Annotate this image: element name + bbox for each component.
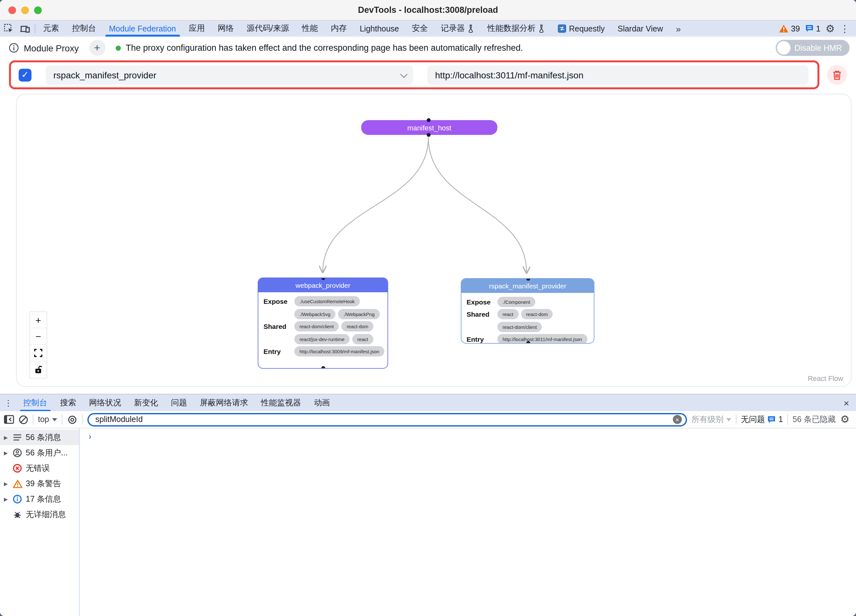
node-handle[interactable] — [427, 133, 431, 137]
titlebar: DevTools - localhost:3008/preload — [0, 0, 856, 20]
entry-tag: http://localhost:3009/mf-manifest.json — [294, 346, 384, 356]
lock-button[interactable] — [29, 362, 47, 378]
provider-select[interactable]: rspack_manifest_provider — [46, 65, 413, 84]
drawer-tab-network-blocking[interactable]: 屏蔽网络请求 — [194, 395, 254, 411]
zoom-out-button[interactable]: − — [29, 328, 47, 345]
drawer-tab-issues[interactable]: 问题 — [165, 395, 194, 411]
device-toolbar-icon — [20, 24, 30, 33]
expand-arrow-icon[interactable]: ▶ — [4, 496, 9, 502]
warning-icon — [12, 479, 23, 489]
fit-view-button[interactable] — [29, 345, 47, 362]
user-icon — [12, 448, 23, 458]
tab-slardar-view[interactable]: Slardar View — [611, 20, 669, 37]
shared-label: Shared — [466, 309, 494, 318]
graph-edges — [17, 94, 851, 386]
tab-console[interactable]: 控制台 — [66, 20, 103, 37]
delete-rule-button[interactable] — [827, 65, 847, 85]
tab-performance[interactable]: 性能 — [295, 20, 324, 37]
device-toolbar-button[interactable] — [17, 20, 34, 37]
react-flow-attribution[interactable]: React Flow — [808, 375, 843, 382]
close-drawer-button[interactable]: × — [837, 395, 856, 411]
console-filter-input[interactable] — [95, 415, 669, 424]
node-manifest-host[interactable]: manifest_host — [361, 120, 497, 135]
tab-memory[interactable]: 内存 — [324, 20, 353, 37]
tab-performance-insights[interactable]: 性能数据分析 — [481, 20, 552, 37]
drawer-tab-console[interactable]: 控制台 — [17, 395, 54, 411]
devtools-window: DevTools - localhost:3008/preload 元素 控制台… — [0, 0, 856, 616]
tab-application[interactable]: 应用 — [182, 20, 211, 37]
module-graph-canvas[interactable]: manifest_host webpack_provider Expose ./… — [16, 94, 851, 387]
expand-arrow-icon[interactable]: ▶ — [4, 481, 9, 487]
tab-lighthouse[interactable]: Lighthouse — [353, 20, 405, 37]
expose-tag: ./Component — [497, 297, 535, 307]
tab-security[interactable]: 安全 — [405, 20, 434, 37]
expand-arrow-icon[interactable]: ▶ — [4, 450, 9, 456]
entry-label: Entry — [466, 334, 494, 343]
proxy-status-message: The proxy configuration has taken effect… — [126, 43, 523, 53]
console-settings-gear-icon[interactable]: ⚙ — [840, 414, 850, 425]
warnings-badge[interactable]: 39 — [779, 24, 800, 33]
settings-gear-icon[interactable]: ⚙ — [825, 23, 835, 34]
tab-elements[interactable]: 元素 — [37, 20, 66, 37]
node-rspack-manifest-provider[interactable]: rspack_manifest_provider Expose ./Compon… — [461, 278, 594, 344]
sidebar-item-errors[interactable]: 无错误 — [0, 461, 79, 476]
error-icon — [12, 463, 23, 473]
messages-list-icon — [12, 432, 23, 442]
sidebar-item-user-messages[interactable]: ▶ 56 条用户... — [0, 445, 79, 461]
kebab-menu-icon[interactable]: ⋮ — [840, 24, 850, 34]
devtools-tabbar: 元素 控制台 Module Federation 应用 网络 源代码/来源 性能… — [0, 20, 856, 37]
drawer-tab-search[interactable]: 搜索 — [54, 395, 83, 411]
fit-view-icon — [34, 349, 42, 357]
sidebar-item-all-messages[interactable]: ▶ 56 条消息 — [0, 430, 79, 445]
console-messages-area[interactable]: › — [80, 429, 856, 616]
zoom-in-button[interactable]: + — [29, 312, 47, 328]
shared-tag: react/jsx-dev-runtime — [294, 334, 349, 344]
caret-down-icon — [726, 418, 731, 421]
node-handle[interactable] — [527, 341, 530, 344]
clear-filter-icon[interactable]: × — [673, 415, 682, 424]
drawer-tab-changes[interactable]: 新变化 — [128, 395, 165, 411]
tab-sources[interactable]: 源代码/来源 — [240, 20, 295, 37]
disable-hmr-toggle[interactable]: Disable HMR — [776, 40, 850, 56]
tab-recorder[interactable]: 记录器 — [434, 20, 481, 37]
more-tabs-button[interactable]: » — [669, 20, 687, 37]
drawer-tab-animations[interactable]: 动画 — [308, 395, 336, 411]
live-expression-eye-icon[interactable] — [67, 415, 78, 424]
console-toolbar: top × 所有级别 无问题 1 — [0, 411, 856, 429]
unlock-icon — [34, 366, 42, 374]
issues-counter[interactable]: 无问题 1 — [741, 414, 783, 425]
inspect-element-button[interactable] — [0, 20, 17, 37]
expand-arrow-icon[interactable]: ▶ — [4, 435, 9, 440]
sidebar-item-warnings[interactable]: ▶ 39 条警告 — [0, 476, 79, 492]
window-title: DevTools - localhost:3008/preload — [0, 5, 856, 15]
proxy-rule-checkbox[interactable] — [18, 68, 31, 81]
requestly-icon — [558, 25, 567, 33]
issues-badge[interactable]: 1 — [805, 24, 821, 33]
bug-icon — [12, 509, 23, 520]
sidebar-item-info[interactable]: ▶ 17 条信息 — [0, 492, 79, 507]
expose-tag: ./useCustomRemoteHook — [294, 296, 360, 306]
experiment-flask-icon — [468, 25, 474, 33]
node-handle[interactable] — [427, 118, 431, 122]
log-levels-select[interactable]: 所有级别 — [691, 414, 731, 425]
edge-host-to-webpack — [323, 137, 429, 271]
tab-module-federation[interactable]: Module Federation — [103, 20, 182, 37]
shared-tag: react — [352, 334, 373, 344]
add-proxy-rule-button[interactable]: + — [89, 40, 105, 56]
clear-console-icon[interactable] — [18, 415, 28, 424]
execution-context-select[interactable]: top — [38, 415, 57, 424]
shared-tag: react — [497, 309, 518, 319]
drawer-menu-icon[interactable]: ⋮ — [0, 395, 17, 411]
expose-tag: ./WebpackSvg — [294, 309, 336, 319]
module-proxy-title: Module Proxy — [24, 43, 79, 53]
drawer-tab-performance-monitor[interactable]: 性能监视器 — [254, 395, 308, 411]
toggle-console-sidebar-icon[interactable] — [4, 415, 14, 424]
tab-requestly[interactable]: Requestly — [552, 20, 611, 37]
node-webpack-provider[interactable]: webpack_provider Expose ./useCustomRemot… — [258, 278, 388, 369]
manifest-url-input[interactable] — [427, 65, 808, 84]
sidebar-item-verbose[interactable]: 无详细消息 — [0, 507, 79, 522]
drawer-tab-network-conditions[interactable]: 网络状况 — [83, 395, 128, 411]
node-handle[interactable] — [321, 366, 325, 369]
hidden-messages-count: 56 条已隐藏 — [793, 414, 836, 425]
tab-network[interactable]: 网络 — [211, 20, 240, 37]
